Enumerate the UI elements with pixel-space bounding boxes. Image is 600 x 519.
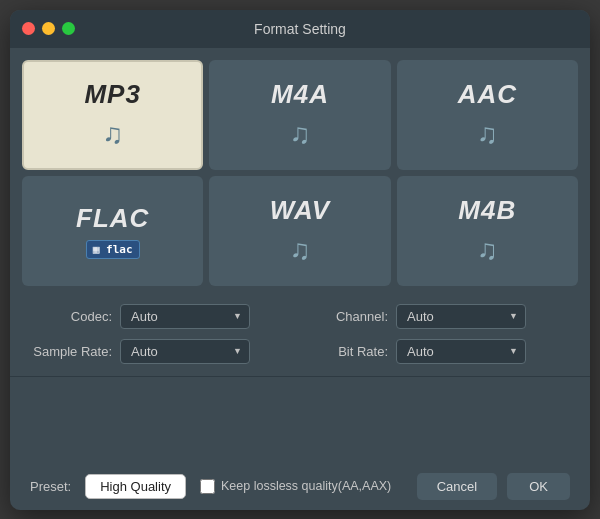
channel-select[interactable]: Auto Stereo Mono bbox=[396, 304, 526, 329]
codec-select-wrapper: Auto MP3 AAC FLAC bbox=[120, 304, 250, 329]
bitrate-select[interactable]: Auto 128k 192k 320k bbox=[396, 339, 526, 364]
format-m4a-label: M4A bbox=[271, 79, 329, 110]
ok-button[interactable]: OK bbox=[507, 473, 570, 500]
settings-row-1: Codec: Auto MP3 AAC FLAC Channel: Auto S… bbox=[30, 304, 570, 329]
bitrate-select-wrapper: Auto 128k 192k 320k bbox=[396, 339, 526, 364]
samplerate-select-wrapper: Auto 44100 48000 22050 bbox=[120, 339, 250, 364]
samplerate-group: Sample Rate: Auto 44100 48000 22050 bbox=[30, 339, 294, 364]
format-wav-icon: ♫ bbox=[289, 234, 310, 266]
preset-button[interactable]: High Quality bbox=[85, 474, 186, 499]
format-m4a-icon: ♫ bbox=[289, 118, 310, 150]
format-flac-label: FLAC bbox=[76, 203, 149, 234]
maximize-button[interactable] bbox=[62, 22, 75, 35]
format-m4b[interactable]: M4B ♫ bbox=[397, 176, 578, 286]
action-buttons: Cancel OK bbox=[417, 473, 570, 500]
codec-select[interactable]: Auto MP3 AAC FLAC bbox=[120, 304, 250, 329]
format-mp3[interactable]: MP3 ♫ bbox=[22, 60, 203, 170]
format-wav[interactable]: WAV ♫ bbox=[209, 176, 390, 286]
bottom-bar: Preset: High Quality Keep lossless quali… bbox=[10, 463, 590, 510]
title-bar: Format Setting bbox=[10, 10, 590, 48]
window-title: Format Setting bbox=[254, 21, 346, 37]
channel-group: Channel: Auto Stereo Mono bbox=[306, 304, 570, 329]
flac-badge: ▦ flac bbox=[86, 240, 140, 259]
format-mp3-icon: ♫ bbox=[102, 118, 123, 150]
lossless-checkbox[interactable] bbox=[200, 479, 215, 494]
format-m4b-icon: ♫ bbox=[477, 234, 498, 266]
format-aac[interactable]: AAC ♫ bbox=[397, 60, 578, 170]
preset-label: Preset: bbox=[30, 479, 71, 494]
bitrate-label: Bit Rate: bbox=[306, 344, 388, 359]
window-controls bbox=[22, 22, 75, 35]
format-mp3-label: MP3 bbox=[84, 79, 140, 110]
codec-group: Codec: Auto MP3 AAC FLAC bbox=[30, 304, 294, 329]
lossless-checkbox-group: Keep lossless quality(AA,AAX) bbox=[200, 479, 403, 494]
close-button[interactable] bbox=[22, 22, 35, 35]
cancel-button[interactable]: Cancel bbox=[417, 473, 497, 500]
format-setting-window: Format Setting MP3 ♫ M4A ♫ AAC ♫ FLAC ▦ … bbox=[10, 10, 590, 510]
settings-area: Codec: Auto MP3 AAC FLAC Channel: Auto S… bbox=[10, 294, 590, 372]
format-wav-label: WAV bbox=[270, 195, 330, 226]
format-aac-icon: ♫ bbox=[477, 118, 498, 150]
format-m4b-label: M4B bbox=[458, 195, 516, 226]
format-grid: MP3 ♫ M4A ♫ AAC ♫ FLAC ▦ flac WAV ♫ M4B … bbox=[10, 48, 590, 294]
lossless-label: Keep lossless quality(AA,AAX) bbox=[221, 479, 391, 493]
format-m4a[interactable]: M4A ♫ bbox=[209, 60, 390, 170]
format-flac[interactable]: FLAC ▦ flac bbox=[22, 176, 203, 286]
samplerate-select[interactable]: Auto 44100 48000 22050 bbox=[120, 339, 250, 364]
channel-select-wrapper: Auto Stereo Mono bbox=[396, 304, 526, 329]
format-aac-label: AAC bbox=[458, 79, 517, 110]
channel-label: Channel: bbox=[306, 309, 388, 324]
minimize-button[interactable] bbox=[42, 22, 55, 35]
codec-label: Codec: bbox=[30, 309, 112, 324]
divider bbox=[10, 376, 590, 377]
samplerate-label: Sample Rate: bbox=[30, 344, 112, 359]
bitrate-group: Bit Rate: Auto 128k 192k 320k bbox=[306, 339, 570, 364]
settings-row-2: Sample Rate: Auto 44100 48000 22050 Bit … bbox=[30, 339, 570, 364]
